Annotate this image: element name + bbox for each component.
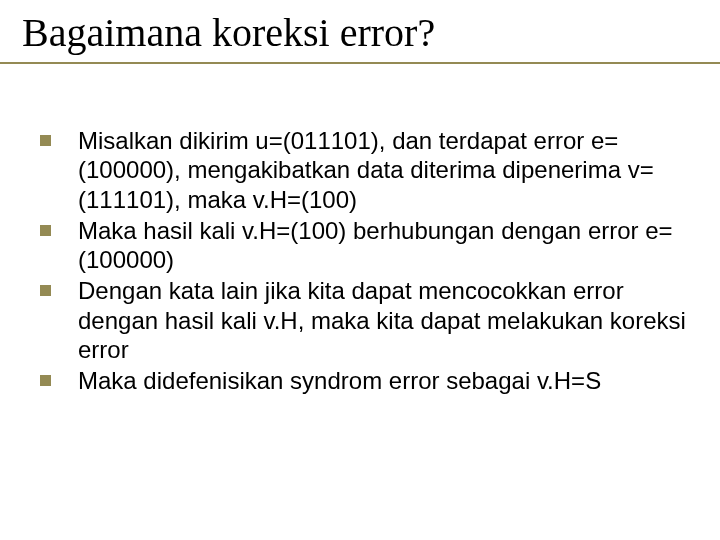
bullet-icon [40,135,51,146]
list-item: Maka hasil kali v.H=(100) berhubungan de… [38,216,686,275]
list-item: Misalkan dikirim u=(011101), dan terdapa… [38,126,686,214]
bullet-text: Dengan kata lain jika kita dapat mencoco… [78,277,686,363]
list-item: Maka didefenisikan syndrom error sebagai… [38,366,686,395]
title-underline: Bagaimana koreksi error? [0,10,720,64]
bullet-list: Misalkan dikirim u=(011101), dan terdapa… [38,126,686,395]
slide: Bagaimana koreksi error? Misalkan dikiri… [0,0,720,540]
bullet-icon [40,225,51,236]
slide-body: Misalkan dikirim u=(011101), dan terdapa… [24,126,696,395]
bullet-icon [40,375,51,386]
bullet-text: Maka hasil kali v.H=(100) berhubungan de… [78,217,673,273]
bullet-icon [40,285,51,296]
bullet-text: Misalkan dikirim u=(011101), dan terdapa… [78,127,654,213]
list-item: Dengan kata lain jika kita dapat mencoco… [38,276,686,364]
slide-title: Bagaimana koreksi error? [0,10,720,56]
bullet-text: Maka didefenisikan syndrom error sebagai… [78,367,601,394]
